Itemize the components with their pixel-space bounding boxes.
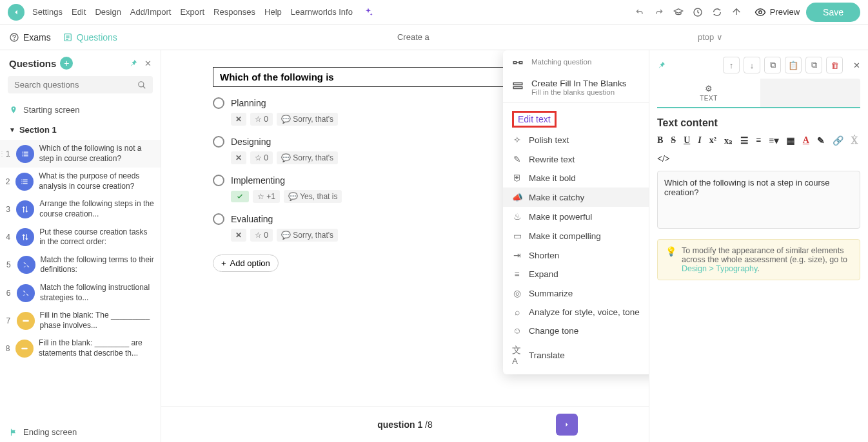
text-color-icon[interactable]: A	[803, 135, 809, 146]
menu-add-import[interactable]: Add/Import	[130, 7, 172, 17]
feedback-box[interactable]: 💬 Sorry, that's	[277, 229, 338, 242]
code-icon[interactable]: </>	[657, 154, 670, 164]
search-input-wrap[interactable]	[8, 76, 153, 93]
preview-button[interactable]: Preview	[755, 6, 800, 18]
option-label[interactable]: Planning	[231, 98, 266, 108]
option-radio[interactable]	[213, 97, 224, 109]
ai-sparkle-icon[interactable]	[363, 7, 373, 17]
link-icon[interactable]: 🔗	[833, 135, 843, 146]
feedback-box[interactable]: 💬 Sorry, that's	[277, 151, 338, 164]
question-item-7[interactable]: 7 Fill in the blank: The _________ phase…	[0, 307, 161, 334]
option-label[interactable]: Implementing	[231, 175, 285, 186]
dd-polish[interactable]: ✧Polish text	[503, 130, 649, 149]
education-icon[interactable]	[673, 7, 684, 17]
drag-handle-icon[interactable]: ⋮⋮	[0, 150, 12, 157]
align-icon[interactable]: ≡▾	[769, 135, 779, 146]
question-item-3[interactable]: 3 Arrange the following steps in the cou…	[0, 195, 161, 223]
rp-pin-icon[interactable]	[657, 61, 666, 70]
close-sidebar-icon[interactable]: ✕	[144, 59, 152, 68]
subbar-right[interactable]: ptop ∨	[698, 32, 859, 42]
paste-icon[interactable]: 📋	[785, 57, 802, 73]
option-radio[interactable]	[213, 136, 224, 148]
next-question-button[interactable]	[556, 414, 578, 436]
menu-design[interactable]: Design	[95, 7, 121, 17]
menu-learnworlds[interactable]: Learnworlds Info	[291, 7, 353, 17]
back-button[interactable]	[8, 4, 25, 21]
search-input[interactable]	[14, 80, 137, 90]
dd-summarize[interactable]: ◎Summarize	[503, 283, 649, 303]
history-icon[interactable]	[693, 7, 703, 17]
dd-powerful[interactable]: ♨Make it powerful	[503, 207, 649, 226]
move-down-icon[interactable]: ↓	[744, 57, 760, 73]
question-item-4[interactable]: 4 Put these course creation tasks in the…	[0, 224, 161, 251]
clear-format-icon[interactable]: Ẋ	[851, 135, 858, 146]
incorrect-mark[interactable]: ✕	[231, 229, 246, 242]
delete-icon[interactable]: 🗑	[826, 57, 843, 73]
italic-icon[interactable]: I	[698, 135, 701, 146]
option-label[interactable]: Designing	[231, 137, 271, 147]
list-ol-icon[interactable]: ≡	[756, 135, 762, 146]
menu-export[interactable]: Export	[180, 7, 204, 17]
dd-create-matching[interactable]: Matching question	[503, 54, 649, 75]
list-ul-icon[interactable]: ☰	[740, 135, 749, 146]
close-panel-icon[interactable]: ✕	[853, 61, 860, 70]
dd-create-blanks[interactable]: Create Fill In The Blanks Fill in the bl…	[503, 75, 649, 100]
correct-mark[interactable]	[231, 191, 249, 202]
superscript-icon[interactable]: x²	[709, 135, 716, 146]
tab-questions[interactable]: Questions	[63, 32, 117, 43]
dd-rewrite[interactable]: ✎Rewrite text	[503, 149, 649, 169]
incorrect-mark[interactable]: ✕	[231, 151, 246, 164]
add-option-button[interactable]: +Add option	[213, 255, 279, 272]
question-item-2[interactable]: 2 What is the purpose of needs analysis …	[0, 168, 161, 195]
dd-compelling[interactable]: ▭Make it compelling	[503, 226, 649, 245]
table-icon[interactable]: ▦	[787, 135, 795, 146]
subscript-icon[interactable]: x₂	[724, 135, 733, 146]
option-label[interactable]: Evaluating	[231, 214, 273, 224]
pin-icon[interactable]	[129, 59, 138, 68]
hint-link[interactable]: Design > Typography	[682, 264, 757, 273]
question-item-5[interactable]: 5 Match the following terms to their def…	[0, 251, 161, 279]
option-radio[interactable]	[213, 175, 224, 186]
feedback-box[interactable]: 💬 Yes, that is	[284, 190, 342, 203]
undo-icon[interactable]	[635, 7, 645, 17]
rp-tab-text[interactable]: ⚙ TEXT	[657, 79, 760, 107]
score-box[interactable]: ☆ 0	[250, 229, 273, 242]
option-radio[interactable]	[213, 213, 224, 225]
score-box[interactable]: ☆ 0	[250, 151, 273, 164]
menu-settings[interactable]: Settings	[32, 7, 63, 17]
starting-screen[interactable]: Starting screen	[0, 100, 161, 120]
sync-icon[interactable]	[712, 7, 722, 17]
text-editor[interactable]: Which of the following is not a step in …	[657, 171, 860, 229]
dd-bold[interactable]: ⛨Make it bold	[503, 169, 649, 187]
menu-help[interactable]: Help	[264, 7, 282, 17]
dd-tone[interactable]: ☺Change tone›	[503, 322, 649, 340]
share-icon[interactable]	[731, 7, 742, 17]
copy-icon[interactable]: ⧉	[805, 57, 822, 73]
dd-analyze[interactable]: ⌕Analyze for style, voice, tone	[503, 303, 649, 322]
menu-responses[interactable]: Responses	[213, 7, 255, 17]
dd-expand[interactable]: ≡Expand	[503, 265, 649, 283]
strike-icon[interactable]: S	[671, 135, 676, 146]
feedback-box[interactable]: 💬 Sorry, that's	[277, 113, 338, 126]
save-button[interactable]: Save	[806, 3, 860, 22]
question-item-8[interactable]: 8 Fill in the blank: ________ are statem…	[0, 334, 161, 362]
question-item-6[interactable]: 6 Match the following instructional stra…	[0, 279, 161, 307]
dd-translate[interactable]: 文ATranslate›	[503, 340, 649, 370]
score-box[interactable]: ☆ 0	[250, 113, 273, 126]
incorrect-mark[interactable]: ✕	[231, 113, 246, 126]
edit-pencil-icon[interactable]: ✎	[817, 135, 825, 146]
add-question-button[interactable]: +	[60, 57, 73, 70]
redo-icon[interactable]	[654, 7, 664, 17]
dd-catchy[interactable]: 📣Make it catchy	[503, 187, 649, 207]
bold-icon[interactable]: B	[657, 135, 663, 146]
duplicate-icon[interactable]: ⧉	[764, 57, 781, 73]
section-toggle[interactable]: ▼ Section 1	[0, 120, 161, 140]
score-box[interactable]: ☆ +1	[253, 190, 280, 203]
menu-edit[interactable]: Edit	[72, 7, 86, 17]
dd-shorten[interactable]: ⇥Shorten	[503, 245, 649, 265]
move-up-icon[interactable]: ↑	[723, 57, 740, 73]
ending-screen[interactable]: Ending screen	[0, 422, 161, 442]
underline-icon[interactable]: U	[684, 135, 690, 146]
tab-exams[interactable]: Exams	[9, 32, 51, 43]
question-item-1[interactable]: ⋮⋮ 1 Which of the following is not a ste…	[0, 140, 161, 168]
